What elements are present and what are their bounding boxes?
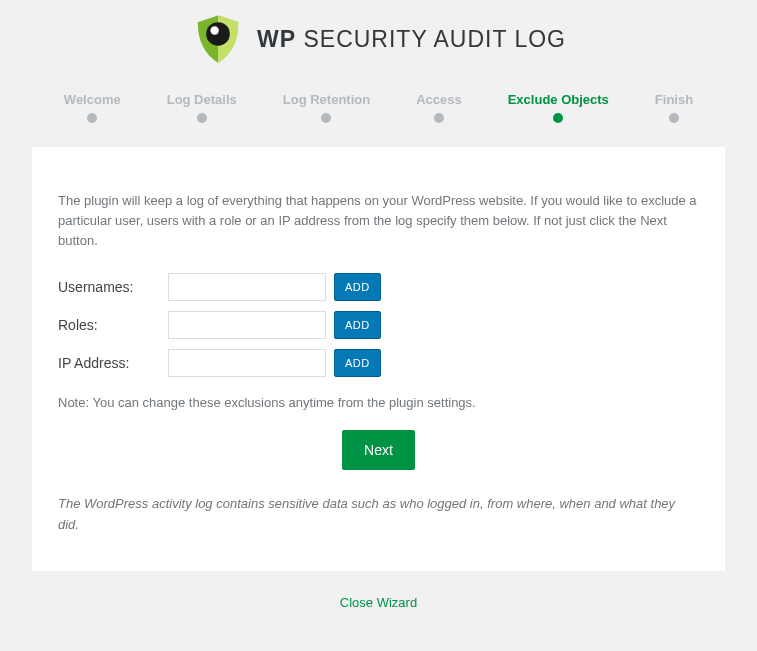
step-dot-icon: [669, 113, 679, 123]
step-welcome: Welcome: [64, 92, 121, 123]
step-log-details: Log Details: [167, 92, 237, 123]
roles-row: Roles: ADD: [58, 311, 699, 339]
logo-text: WP SECURITY AUDIT LOG: [257, 26, 566, 53]
roles-input[interactable]: [168, 311, 326, 339]
close-wizard-link[interactable]: Close Wizard: [340, 595, 417, 610]
close-area: Close Wizard: [0, 571, 757, 621]
logo-area: WP SECURITY AUDIT LOG: [0, 0, 757, 84]
note-text: Note: You can change these exclusions an…: [58, 395, 699, 410]
usernames-row: Usernames: ADD: [58, 273, 699, 301]
wizard-panel: The plugin will keep a log of everything…: [32, 147, 725, 571]
next-wrapper: Next: [58, 430, 699, 470]
roles-label: Roles:: [58, 317, 168, 333]
roles-add-button[interactable]: ADD: [334, 311, 381, 339]
next-button[interactable]: Next: [342, 430, 415, 470]
ip-input[interactable]: [168, 349, 326, 377]
step-exclude-objects: Exclude Objects: [508, 92, 609, 123]
step-access: Access: [416, 92, 462, 123]
step-dot-icon: [197, 113, 207, 123]
footnote-text: The WordPress activity log contains sens…: [58, 494, 699, 534]
usernames-input[interactable]: [168, 273, 326, 301]
step-dot-icon: [553, 113, 563, 123]
shield-eye-icon: [191, 12, 245, 66]
step-dot-icon: [87, 113, 97, 123]
ip-add-button[interactable]: ADD: [334, 349, 381, 377]
usernames-label: Usernames:: [58, 279, 168, 295]
step-dot-icon: [321, 113, 331, 123]
svg-point-1: [210, 26, 218, 34]
step-log-retention: Log Retention: [283, 92, 370, 123]
ip-label: IP Address:: [58, 355, 168, 371]
intro-text: The plugin will keep a log of everything…: [58, 191, 699, 251]
usernames-add-button[interactable]: ADD: [334, 273, 381, 301]
svg-point-0: [206, 22, 230, 46]
step-dot-icon: [434, 113, 444, 123]
step-finish: Finish: [655, 92, 693, 123]
ip-row: IP Address: ADD: [58, 349, 699, 377]
wizard-steps: Welcome Log Details Log Retention Access…: [0, 84, 757, 137]
